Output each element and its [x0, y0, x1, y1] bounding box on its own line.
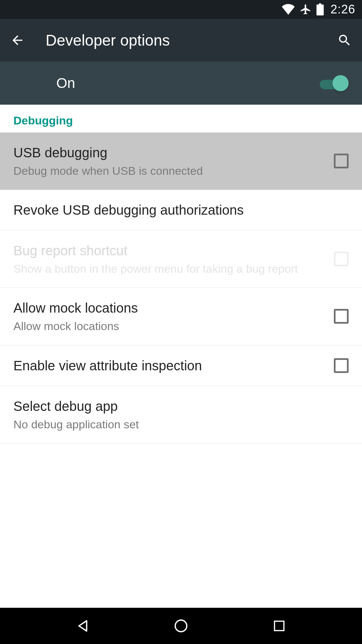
item-title: Bug report shortcut: [13, 242, 327, 259]
battery-icon: [316, 3, 324, 15]
svg-point-0: [175, 620, 187, 632]
circle-home-icon: [173, 618, 189, 634]
item-usb-debugging[interactable]: USB debugging Debug mode when USB is con…: [0, 132, 362, 190]
item-subtitle: Allow mock locations: [13, 319, 327, 333]
nav-recent-button[interactable]: [269, 616, 289, 636]
checkbox-view-attr[interactable]: [334, 358, 349, 373]
item-title: Revoke USB debugging authorizations: [13, 201, 342, 219]
item-title: Enable view attribute inspection: [13, 357, 327, 374]
arrow-left-icon: [10, 33, 25, 48]
section-header-debugging: Debugging: [0, 105, 362, 132]
checkbox-usb-debugging[interactable]: [334, 154, 349, 168]
checkbox-bug-report: [334, 252, 349, 266]
item-title: USB debugging: [13, 144, 327, 161]
search-icon: [337, 33, 352, 48]
item-title: Select debug app: [13, 397, 342, 415]
item-subtitle: Debug mode when USB is connected: [13, 163, 327, 178]
navigation-bar: [0, 608, 362, 644]
page-title: Developer options: [46, 31, 337, 49]
svg-rect-1: [275, 621, 284, 631]
switch-thumb: [333, 75, 349, 91]
item-allow-mock-locations[interactable]: Allow mock locations Allow mock location…: [0, 288, 362, 345]
master-switch[interactable]: [320, 75, 349, 91]
status-time: 2:26: [330, 2, 355, 16]
nav-home-button[interactable]: [171, 616, 191, 636]
status-bar: 2:26: [0, 0, 362, 19]
master-toggle-label: On: [56, 75, 320, 91]
airplane-icon: [300, 3, 312, 15]
nav-back-button[interactable]: [73, 616, 93, 636]
item-revoke-usb[interactable]: Revoke USB debugging authorizations: [0, 190, 362, 230]
checkbox-mock-locations[interactable]: [334, 309, 349, 324]
item-view-attribute-inspection[interactable]: Enable view attribute inspection: [0, 345, 362, 386]
item-title: Allow mock locations: [13, 299, 327, 317]
triangle-back-icon: [75, 618, 90, 634]
back-button[interactable]: [9, 32, 25, 48]
master-toggle-row[interactable]: On: [0, 62, 362, 105]
app-bar: Developer options: [0, 19, 362, 62]
wifi-icon: [282, 4, 295, 15]
item-subtitle: No debug application set: [13, 417, 342, 432]
square-recent-icon: [272, 619, 286, 633]
section-header-label: Debugging: [13, 114, 349, 127]
item-bug-report-shortcut: Bug report shortcut Show a button in the…: [0, 230, 362, 288]
item-subtitle: Show a button in the power menu for taki…: [13, 261, 327, 276]
item-select-debug-app[interactable]: Select debug app No debug application se…: [0, 386, 362, 443]
search-button[interactable]: [337, 32, 353, 48]
